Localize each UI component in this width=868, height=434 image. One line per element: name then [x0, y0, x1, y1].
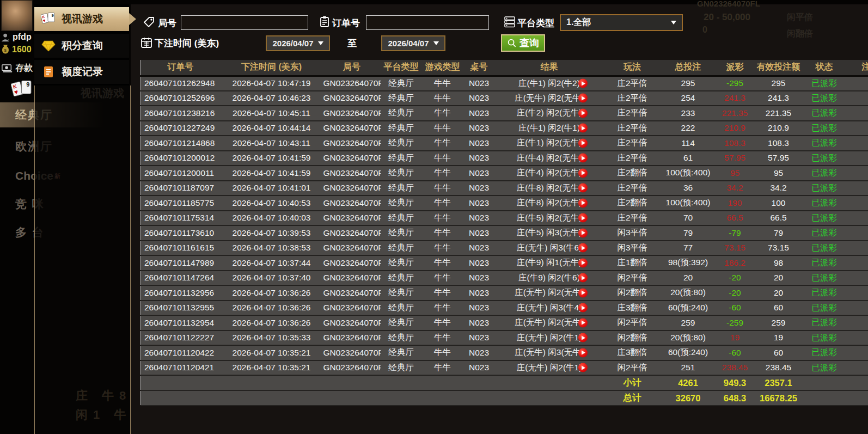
- cell-table-no: N023: [463, 181, 495, 196]
- cell-round-no: GN023264070FA: [323, 285, 381, 301]
- play-button[interactable]: [578, 124, 588, 133]
- play-button[interactable]: [578, 79, 588, 88]
- play-button[interactable]: [578, 228, 588, 237]
- date-to-select[interactable]: 2026/04/07: [381, 35, 445, 51]
- cell-game-type: 牛牛: [422, 136, 463, 151]
- svg-text:9: 9: [26, 81, 29, 88]
- cell-valid-bet: 19: [755, 331, 803, 346]
- play-button[interactable]: [578, 138, 588, 148]
- play-button[interactable]: [578, 168, 588, 178]
- cell-table-no: N023: [463, 301, 495, 316]
- cell-result: 庄(牛5) 闲3(无牛): [495, 225, 604, 241]
- svg-text:9: 9: [52, 13, 54, 18]
- cell-payout: -20: [716, 271, 755, 286]
- play-button[interactable]: [578, 288, 588, 297]
- header-bet-time: 下注时间 (美东): [220, 60, 323, 76]
- cell-order-no: 260407101161615: [141, 241, 220, 256]
- play-button[interactable]: [578, 333, 588, 343]
- play-button[interactable]: [578, 154, 588, 163]
- cell-bet-time: 2026-04-07 10:37:44: [220, 255, 323, 271]
- table-row: 2604071011204222026-04-07 10:35:21GN0232…: [141, 345, 868, 360]
- play-button[interactable]: [578, 363, 588, 372]
- play-button[interactable]: [578, 273, 588, 283]
- play-button[interactable]: [578, 318, 588, 327]
- table-row: 2604071012629482026-04-07 10:47:19GN0232…: [141, 76, 868, 91]
- result-text: 庄(牛2) 闲2(无牛): [517, 108, 582, 117]
- query-button[interactable]: 查询: [501, 34, 545, 52]
- cell-order-no: 260407101122227: [141, 331, 220, 346]
- cell-table-no: N023: [463, 241, 495, 256]
- cell-valid-bet: 20: [755, 271, 803, 286]
- cell-result: 庄(牛9) 闲1(无牛): [495, 255, 604, 271]
- cell-game-type: 牛牛: [422, 225, 463, 241]
- balance-row: $ 1600: [1, 44, 32, 54]
- round-no-input[interactable]: [181, 15, 308, 30]
- cards-icon: K♥ 9: [11, 80, 34, 102]
- cell-play-type: 闲2翻倍: [604, 331, 661, 346]
- cell-payout: 57.95: [716, 151, 755, 166]
- result-text: 庄(牛8) 闲2(无牛): [517, 198, 582, 207]
- cell-game-type: 牛牛: [422, 76, 463, 91]
- sidebar-menu: K♥ 9 视讯游戏 积分查询 额度记录: [34, 4, 129, 85]
- cell-total-bet: 20(预:80): [661, 285, 716, 301]
- grand-total-row: 总计 32670 648.3 16678.25: [141, 390, 868, 406]
- play-button[interactable]: [578, 243, 588, 253]
- play-button[interactable]: [578, 198, 588, 207]
- deposit-button[interactable]: 存款: [1, 63, 33, 74]
- play-button[interactable]: [578, 184, 588, 193]
- cell-total-bet: 98(预:392): [661, 255, 716, 271]
- result-text: 庄(牛9) 闲2(牛6): [518, 273, 580, 282]
- cell-round-no: GN023264070F9: [323, 345, 381, 360]
- menu-item-points-query[interactable]: 积分查询: [34, 34, 129, 58]
- to-label: 至: [347, 37, 357, 50]
- date-from-select[interactable]: 2026/04/07: [266, 35, 330, 51]
- cell-play-type: 庄2平倍: [604, 211, 661, 226]
- cell-result: 庄(牛9) 闲2(牛6): [495, 271, 604, 286]
- cell-play-type: 庄2平倍: [604, 91, 661, 106]
- app-window: * pfdp $ 1600 存款 K♥ 9 视讯游戏 经典厅 欧洲厅 Choic…: [0, 0, 868, 434]
- result-text: 庄(无牛) 闲3(牛4): [517, 303, 582, 312]
- chevron-down-icon: [433, 41, 439, 45]
- cell-bet-time: 2026-04-07 10:46:23: [220, 91, 323, 106]
- play-button[interactable]: [578, 108, 588, 118]
- cell-order-no: 260407101120421: [141, 360, 220, 376]
- cell-play-type: 庄2翻倍: [604, 166, 661, 181]
- round-no-label: 局号: [158, 17, 176, 29]
- table-row: 2604071012000122026-04-07 10:41:59GN0232…: [141, 151, 868, 166]
- play-button[interactable]: [578, 303, 588, 313]
- play-button[interactable]: [578, 213, 588, 223]
- cell-platform-type: 经典厅: [381, 255, 422, 271]
- cell-payout: 210.9: [716, 121, 755, 136]
- menu-item-credit-records[interactable]: 额度记录: [34, 60, 129, 84]
- play-button[interactable]: [578, 258, 588, 267]
- cell-result: 庄(牛8) 闲2(无牛): [495, 181, 604, 196]
- cell-table-no: N023: [463, 225, 495, 241]
- cell-round-no: GN023264070FA: [323, 301, 381, 316]
- cell-platform-type: 经典厅: [381, 106, 422, 121]
- cell-payout: 95: [716, 166, 755, 181]
- cell-order-no: 260407101200012: [141, 151, 220, 166]
- result-text: 庄(无牛) 闲2(无牛): [515, 93, 584, 102]
- cell-play-type: 庄2平倍: [604, 181, 661, 196]
- play-button[interactable]: [578, 94, 588, 103]
- order-no-input[interactable]: [366, 15, 489, 30]
- cell-round-no: GN023264070FB: [323, 271, 381, 286]
- cell-bet-time: 2026-04-07 10:36:26: [220, 301, 323, 316]
- cell-total-bet: 114: [661, 136, 716, 151]
- play-button[interactable]: [578, 348, 588, 357]
- cell-status: 已派彩: [803, 301, 846, 316]
- cell-table-no: N023: [463, 136, 495, 151]
- background-artifact-cards-1: 庄 牛8: [76, 388, 131, 404]
- cell-platform-type: 经典厅: [381, 331, 422, 346]
- cell-bet-time: 2026-04-07 10:36:26: [220, 315, 323, 331]
- cell-result: 庄(无牛) 闲2(无牛): [495, 285, 604, 301]
- cell-table-no: N023: [463, 106, 495, 121]
- menu-item-video-games[interactable]: K♥ 9 视讯游戏: [34, 7, 129, 31]
- cell-payout: 19: [716, 331, 755, 346]
- cell-game-type: 牛牛: [422, 271, 463, 286]
- table-body: 2604071012629482026-04-07 10:47:19GN0232…: [141, 76, 868, 375]
- platform-type-select[interactable]: 1.全部: [560, 14, 683, 31]
- cell-order-no: 260407101214868: [141, 136, 220, 151]
- cell-bet-time: 2026-04-07 10:35:21: [220, 345, 323, 360]
- bet-records-table: 订单号 下注时间 (美东) 局号 平台类型 游戏类型 桌号 结果 玩法 总投注 …: [140, 60, 868, 406]
